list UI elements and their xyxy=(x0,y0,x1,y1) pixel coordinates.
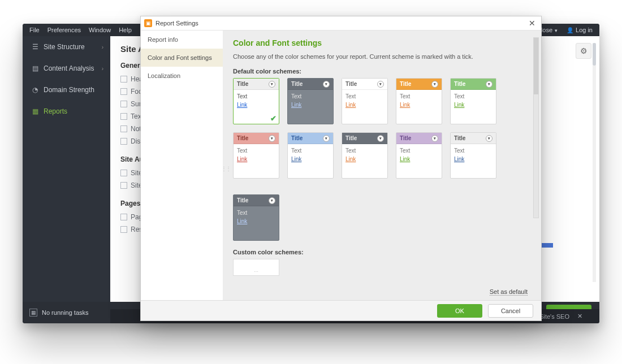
scheme-text-label: Text xyxy=(237,210,275,216)
scheme-text-label: Text xyxy=(237,93,275,99)
scheme-text-label: Text xyxy=(345,148,384,154)
cancel-button[interactable]: Cancel xyxy=(488,304,533,318)
app-sidebar: ☰Site Structure›▤Content Analysis›◔Domai… xyxy=(23,36,110,302)
scheme-link-label: Link xyxy=(237,218,275,224)
dialog-titlebar: ▣ Report Settings ✕ xyxy=(141,16,541,30)
checkbox-icon[interactable] xyxy=(120,113,127,120)
color-scheme-orange[interactable]: Title▾TextLink xyxy=(396,78,442,124)
dialog-tab-localization[interactable]: Localization xyxy=(141,67,223,85)
sidebar-item-label: Domain Strength xyxy=(44,86,94,94)
scheme-link-label: Link xyxy=(345,102,384,108)
color-scheme-lt-gray[interactable]: Title▾TextLink xyxy=(450,132,496,179)
checkbox-icon[interactable] xyxy=(120,76,127,83)
color-scheme-gray-dark[interactable]: Title▾TextLink xyxy=(287,78,334,124)
app-badge-icon: ▣ xyxy=(144,19,152,27)
dialog-footer: OK Cancel xyxy=(141,300,541,320)
sidebar-icon: ◔ xyxy=(31,86,39,94)
scheme-body: TextLink xyxy=(396,144,442,166)
menu-preferences[interactable]: Preferences xyxy=(47,27,81,33)
dialog-content: ⋮⋮ Color and Font settings Choose any of… xyxy=(223,31,541,300)
color-scheme-white[interactable]: Title▾TextLink xyxy=(342,78,388,124)
color-scheme-red[interactable]: Title▾TextLink xyxy=(233,132,279,179)
scheme-header: Title▾ xyxy=(234,195,279,206)
checkbox-icon[interactable] xyxy=(120,88,127,95)
checkbox-icon[interactable] xyxy=(120,125,127,132)
sidebar-item-reports[interactable]: ▦Reports xyxy=(23,101,110,122)
seo-close-icon[interactable]: ✕ xyxy=(577,313,582,320)
chevron-down-icon[interactable]: ▾ xyxy=(269,197,275,204)
scheme-text-label: Text xyxy=(400,93,438,99)
checkbox-icon[interactable] xyxy=(120,170,127,176)
sidebar-item-domain-strength[interactable]: ◔Domain Strength xyxy=(23,79,110,101)
menu-help[interactable]: Help xyxy=(119,27,132,33)
color-scheme-light[interactable]: Title▾TextLink xyxy=(233,78,279,124)
scheme-link-label: Link xyxy=(291,102,330,108)
sidebar-item-label: Content Analysis xyxy=(44,64,94,72)
color-scheme-blue[interactable]: Title▾TextLink xyxy=(287,132,334,179)
dialog-tab-report-info[interactable]: Report info xyxy=(141,31,223,49)
scheme-title-label: Title xyxy=(237,135,248,141)
content-description: Choose any of the color schemes for your… xyxy=(233,53,531,60)
scheme-body: TextLink xyxy=(342,144,387,166)
checkbox-icon[interactable] xyxy=(120,182,127,189)
chevron-down-icon[interactable]: ▾ xyxy=(486,81,493,88)
report-settings-dialog: ▣ Report Settings ✕ Report infoColor and… xyxy=(140,16,542,321)
checkbox-icon[interactable] xyxy=(120,101,127,107)
scheme-link-label: Link xyxy=(345,156,384,162)
scheme-header: Title▾ xyxy=(288,133,333,144)
chevron-down-icon[interactable]: ▾ xyxy=(323,135,330,142)
chevron-down-icon[interactable]: ▾ xyxy=(377,135,384,142)
splitter-handle-icon[interactable]: ⋮⋮ xyxy=(223,166,230,172)
color-scheme-purple[interactable]: Title▾TextLink xyxy=(396,132,442,179)
scheme-text-label: Text xyxy=(237,148,275,154)
scheme-text-label: Text xyxy=(345,93,384,99)
scheme-link-label: Link xyxy=(400,102,438,108)
custom-scheme-placeholder[interactable]: ⋯ xyxy=(233,259,279,276)
gear-icon[interactable]: ⚙ xyxy=(576,43,591,59)
ok-button[interactable]: OK xyxy=(437,304,482,318)
color-scheme-solid-gray[interactable]: Title▾TextLink xyxy=(233,194,279,241)
chevron-down-icon[interactable]: ▾ xyxy=(486,135,493,142)
scheme-header: Title▾ xyxy=(234,79,279,90)
scheme-body: TextLink xyxy=(451,90,496,111)
scheme-text-label: Text xyxy=(454,148,493,154)
scheme-body: TextLink xyxy=(234,144,279,166)
login-button[interactable]: Log in xyxy=(567,27,593,33)
scheme-body: TextLink xyxy=(451,144,496,166)
menu-window[interactable]: Window xyxy=(89,27,111,33)
scheme-title-label: Title xyxy=(291,81,303,87)
checkbox-icon[interactable] xyxy=(120,214,127,220)
scheme-title-label: Title xyxy=(345,81,357,87)
scheme-link-label: Link xyxy=(291,156,330,162)
dialog-tab-color-and-font-settings[interactable]: Color and Font settings xyxy=(141,49,223,67)
scheme-header: Title▾ xyxy=(451,79,496,90)
scheme-body: TextLink xyxy=(234,206,279,228)
sidebar-item-content-analysis[interactable]: ▤Content Analysis› xyxy=(23,58,110,79)
chevron-down-icon[interactable]: ▾ xyxy=(323,81,330,88)
scheme-header: Title▾ xyxy=(451,133,496,144)
content-scrollbar[interactable] xyxy=(533,37,539,218)
close-icon[interactable]: ✕ xyxy=(526,19,538,28)
panel-scrollbar[interactable] xyxy=(593,43,596,282)
checkbox-icon[interactable] xyxy=(120,138,127,145)
chevron-down-icon[interactable]: ▾ xyxy=(269,81,275,88)
dialog-title: Report Settings xyxy=(156,20,198,27)
chevron-down-icon[interactable]: ▾ xyxy=(431,135,438,142)
checkbox-icon[interactable] xyxy=(120,226,127,233)
menu-file[interactable]: File xyxy=(29,27,40,33)
scheme-body: TextLink xyxy=(288,144,333,166)
scheme-link-label: Link xyxy=(454,156,493,162)
color-scheme-dk-gray[interactable]: Title▾TextLink xyxy=(342,132,388,179)
chevron-down-icon[interactable]: ▾ xyxy=(377,81,384,88)
chevron-down-icon[interactable]: ▾ xyxy=(431,81,438,88)
color-scheme-green[interactable]: Title▾TextLink xyxy=(450,78,496,124)
scheme-title-label: Title xyxy=(400,81,411,87)
scheme-grid: Title▾TextLinkTitle▾TextLinkTitle▾TextLi… xyxy=(233,78,531,241)
chevron-down-icon[interactable]: ▾ xyxy=(269,135,275,142)
scheme-text-label: Text xyxy=(291,93,330,99)
sidebar-item-site-structure[interactable]: ☰Site Structure› xyxy=(23,36,110,58)
scheme-body: TextLink xyxy=(396,90,442,111)
scheme-header: Title▾ xyxy=(342,79,387,90)
scheme-header: Title▾ xyxy=(396,133,442,144)
set-as-default-link[interactable]: Set as default xyxy=(490,288,528,296)
